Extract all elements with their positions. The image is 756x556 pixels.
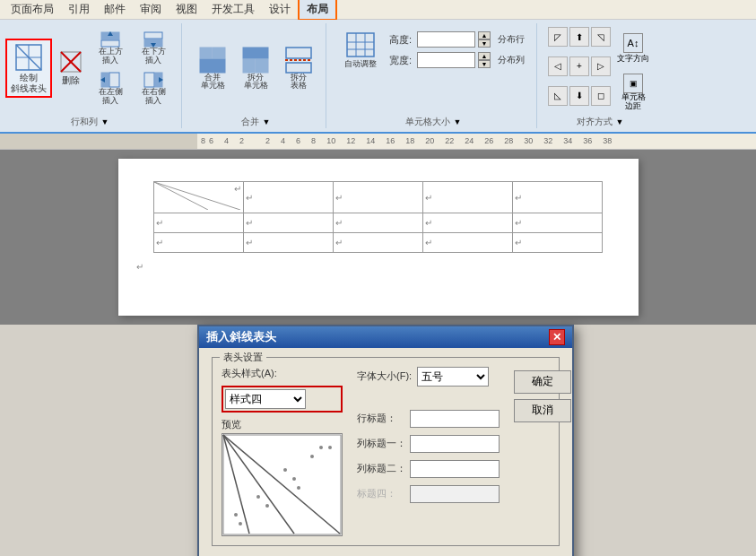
insert-left-button[interactable]: 在左侧插入: [90, 69, 131, 109]
cell-size-expand-icon[interactable]: ▼: [454, 117, 462, 126]
title4-input[interactable]: [410, 485, 500, 503]
menu-item-buju[interactable]: 布局: [298, 0, 337, 21]
svg-point-41: [328, 446, 332, 449]
dialog-body: 表头设置 表头样式(A): 样式四: [199, 348, 572, 556]
split-table-label: 拆分表格: [291, 74, 307, 91]
table-draw-icon: [13, 42, 44, 73]
svg-line-34: [154, 182, 208, 210]
document-table: ↵ ↵ ↵ ↵ ↵ ↵ ↵ ↵ ↵ ↵ ↵ ↵ ↵: [153, 181, 603, 253]
align-midright-button[interactable]: ▷: [591, 56, 611, 76]
align-topleft-button[interactable]: ◸: [548, 27, 568, 47]
svg-rect-24: [256, 59, 268, 73]
svg-point-47: [265, 504, 269, 508]
insert-right-button[interactable]: 在右侧插入: [133, 69, 174, 109]
group-row-col: 绘制斜线表头 删除: [5, 23, 182, 128]
draw-diagonal-header-button[interactable]: 绘制斜线表头: [5, 39, 52, 98]
merge-cells-label: 合并单元格: [201, 74, 225, 91]
insert-below-icon: [143, 31, 163, 48]
height-input[interactable]: 0.62 厘米: [417, 31, 475, 48]
cancel-button[interactable]: 取消: [514, 399, 571, 422]
split-cell-button[interactable]: 拆分单元格: [236, 44, 275, 94]
merge-group-label: 合并: [241, 116, 259, 128]
svg-rect-27: [286, 63, 311, 73]
width-input[interactable]: 3.01 厘米: [417, 52, 475, 68]
col2-input[interactable]: [410, 460, 500, 478]
cell-margin-button[interactable]: ▣ 单元格边距: [614, 71, 652, 114]
align-expand-icon[interactable]: ▼: [616, 117, 624, 126]
ruler: 8 6 4 2 2 4 6 8 10 12 14 16 18 20 22 24 …: [0, 134, 756, 150]
cell-margin-label: 单元格边距: [621, 93, 646, 111]
menu-item-mail[interactable]: 邮件: [97, 0, 133, 19]
confirm-button[interactable]: 确定: [514, 370, 571, 394]
align-topright-button[interactable]: ◹: [591, 27, 611, 47]
align-midleft-button[interactable]: ◁: [548, 56, 568, 76]
header-settings-label: 表头设置: [220, 351, 266, 364]
split-cell-icon: [242, 47, 269, 74]
menu-item-design[interactable]: 设计: [262, 0, 298, 19]
menu-item-dev[interactable]: 开发工具: [204, 0, 262, 19]
row-input[interactable]: [410, 410, 500, 428]
insert-above-button[interactable]: 在上方插入: [90, 29, 131, 68]
svg-line-33: [154, 182, 240, 210]
width-down-arrow[interactable]: ▼: [478, 60, 491, 68]
col1-input[interactable]: [410, 435, 500, 453]
merge-cells-button[interactable]: 合并单元格: [193, 44, 232, 94]
align-topcenter-button[interactable]: ⬆: [569, 27, 589, 47]
header-settings-group: 表头设置 表头样式(A): 样式四: [212, 357, 560, 546]
dialog-insert-diagonal: 插入斜线表头 ✕ 表头设置 表头样式(A):: [197, 325, 574, 556]
svg-rect-22: [243, 48, 268, 58]
height-down-arrow[interactable]: ▼: [478, 39, 491, 48]
svg-point-45: [297, 486, 300, 490]
cell-margin-icon: ▣: [623, 74, 643, 93]
insert-above-label: 在上方插入: [99, 48, 123, 65]
col2-label: 列标题二：: [357, 462, 406, 475]
split-table-button[interactable]: 拆分表格: [279, 44, 318, 94]
svg-rect-23: [243, 59, 255, 73]
insert-above-icon: [100, 31, 120, 48]
font-size-label: 字体大小(F):: [357, 369, 412, 383]
align-botcenter-button[interactable]: ⬇: [569, 86, 589, 106]
col1-label: 列标题一：: [357, 437, 406, 450]
svg-rect-25: [286, 48, 311, 58]
svg-point-43: [283, 468, 287, 472]
style-label: 表头样式(A):: [222, 367, 277, 380]
svg-point-40: [319, 446, 323, 449]
split-table-icon: [285, 47, 312, 74]
row-col-expand-icon[interactable]: ▼: [101, 117, 109, 126]
svg-point-44: [292, 477, 296, 481]
align-center-button[interactable]: +: [569, 56, 589, 76]
height-up-arrow[interactable]: ▲: [478, 31, 491, 39]
cell-size-group-label: 单元格大小: [405, 116, 450, 128]
menu-bar: 页面布局 引用 邮件 审阅 视图 开发工具 设计 布局: [0, 0, 756, 20]
insert-right-label: 在右侧插入: [142, 88, 166, 106]
split-cell-label: 拆分单元格: [244, 74, 268, 91]
width-up-arrow[interactable]: ▲: [478, 52, 491, 60]
insert-right-icon: [143, 72, 163, 88]
menu-item-review[interactable]: 审阅: [133, 0, 169, 19]
align-botleft-button[interactable]: ◺: [548, 86, 568, 106]
dialog-close-button[interactable]: ✕: [549, 329, 565, 345]
menu-item-view[interactable]: 视图: [169, 0, 204, 19]
insert-below-button[interactable]: 在下方插入: [133, 29, 174, 68]
svg-point-48: [234, 513, 238, 517]
group-cell-size: 自动调整 高度: 0.62 厘米 ▲ ▼ 分布行 宽度:: [330, 23, 537, 128]
text-direction-icon: A↕: [623, 33, 643, 53]
distribute-row-button[interactable]: 分布行: [493, 30, 529, 48]
style-select[interactable]: 样式四: [225, 389, 306, 409]
merge-expand-icon[interactable]: ▼: [263, 117, 271, 126]
menu-item-layout[interactable]: 页面布局: [4, 0, 61, 19]
svg-rect-19: [200, 48, 212, 58]
text-direction-button[interactable]: A↕ 文字方向: [614, 30, 652, 67]
svg-rect-14: [109, 73, 119, 87]
svg-rect-21: [200, 59, 225, 73]
dialog-titlebar: 插入斜线表头 ✕: [199, 326, 572, 348]
row-col-group-label: 行和列: [71, 116, 98, 128]
insert-below-label: 在下方插入: [142, 48, 166, 65]
font-size-select[interactable]: 五号: [417, 367, 489, 387]
distribute-col-button[interactable]: 分布列: [493, 51, 529, 69]
svg-rect-16: [144, 73, 154, 87]
auto-adjust-button[interactable]: 自动调整: [337, 27, 384, 72]
delete-button[interactable]: 删除: [54, 47, 88, 90]
align-botright-button[interactable]: ◻: [591, 86, 611, 106]
menu-item-ref[interactable]: 引用: [61, 0, 97, 19]
